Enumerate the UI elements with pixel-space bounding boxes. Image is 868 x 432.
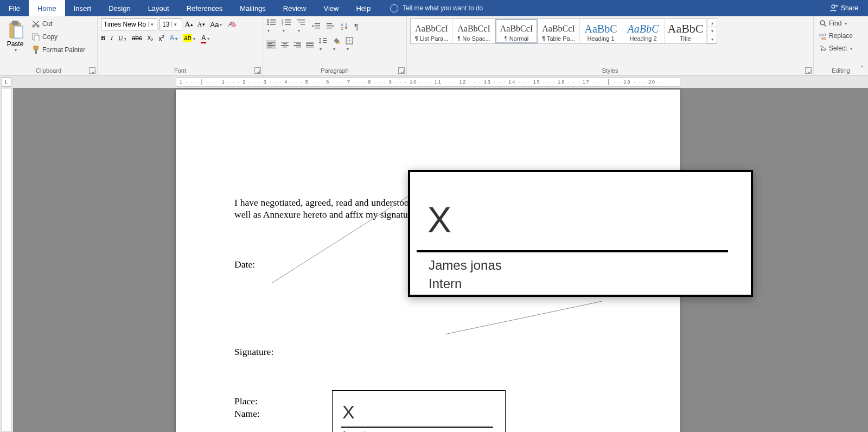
font-name-combo[interactable]: Times New Ro▾ (101, 18, 157, 30)
tab-references[interactable]: References (178, 0, 231, 16)
svg-point-15 (267, 24, 269, 26)
align-center-button[interactable] (281, 41, 289, 48)
svg-rect-45 (296, 47, 301, 47)
signature-label[interactable]: Signature: (234, 346, 633, 358)
italic-button[interactable]: I (111, 34, 113, 42)
svg-rect-24 (299, 22, 305, 22)
signature-line-object[interactable]: X James jonas Intern (332, 390, 506, 432)
style-item-1[interactable]: AaBbCcI¶ No Spac... (453, 19, 495, 43)
format-painter-button[interactable]: Format Painter (29, 45, 87, 55)
font-size-combo[interactable]: 13▾ (159, 18, 182, 30)
font-name-value: Times New Ro (104, 21, 146, 28)
vertical-ruler[interactable] (2, 88, 11, 432)
signature-x-icon: X (342, 402, 355, 423)
text-effects-button[interactable]: A▾ (170, 34, 177, 42)
style-name: ¶ Normal (496, 35, 537, 42)
group-font: Times New Ro▾ 13▾ A▴ A▾ Aa▾ A B I U▾ abc… (98, 16, 263, 75)
grow-font-button[interactable]: A▴ (184, 20, 193, 29)
sort-button[interactable]: AZ (340, 22, 349, 30)
shrink-font-button[interactable]: A▾ (197, 21, 205, 29)
svg-rect-29 (327, 23, 332, 24)
change-case-button[interactable]: Aa▾ (210, 21, 222, 29)
style-item-2[interactable]: AaBbCcI¶ Normal (495, 19, 538, 43)
gallery-down[interactable]: ▾ (707, 27, 717, 35)
font-launcher[interactable] (254, 67, 261, 74)
group-styles: AaBbCcI¶ List Para...AaBbCcI¶ No Spac...… (407, 16, 814, 75)
line-spacing-icon (318, 37, 327, 45)
bullets-button[interactable]: ▾ (266, 18, 276, 34)
style-item-0[interactable]: AaBbCcI¶ List Para... (411, 19, 453, 43)
style-item-6[interactable]: AaBbCTitle (665, 19, 707, 43)
align-left-button[interactable] (266, 40, 276, 49)
style-preview: AaBbCcI (454, 22, 494, 35)
tell-me-search[interactable]: Tell me what you want to do (390, 0, 483, 16)
multilevel-button[interactable]: ▾ (297, 18, 307, 34)
increase-indent-button[interactable] (326, 22, 335, 30)
ribbon: Paste ▾ Cut Copy Format Painter Clipboar… (0, 16, 868, 76)
group-label-font: Font (101, 66, 259, 75)
style-item-5[interactable]: AaBbCHeading 2 (622, 19, 665, 43)
ruler-marks: 1 · · · │ · · · 1 · · · 2 · · · 3 · · · … (176, 79, 661, 85)
bold-button[interactable]: B (101, 34, 105, 42)
justify-button[interactable] (306, 41, 314, 48)
paragraph-launcher[interactable] (398, 67, 405, 74)
style-item-4[interactable]: AaBbCHeading 1 (580, 19, 622, 43)
tab-view[interactable]: View (315, 0, 347, 16)
find-button[interactable]: Find▾ (817, 18, 855, 28)
styles-launcher[interactable] (805, 67, 812, 74)
svg-point-11 (267, 20, 269, 21)
signature-x-icon-large: X (427, 199, 451, 240)
ruler-tab-selector[interactable]: L (2, 77, 11, 87)
tab-home[interactable]: Home (29, 0, 65, 16)
multilevel-icon (297, 18, 307, 26)
styles-gallery[interactable]: AaBbCcI¶ List Para...AaBbCcI¶ No Spac...… (410, 18, 717, 44)
decrease-indent-button[interactable] (312, 22, 321, 30)
tab-design[interactable]: Design (100, 0, 139, 16)
replace-button[interactable]: abac Replace (817, 31, 855, 41)
svg-rect-36 (267, 45, 275, 46)
clipboard-launcher[interactable] (89, 67, 95, 74)
align-right-button[interactable] (293, 41, 301, 48)
borders-button[interactable]: ▾ (346, 37, 353, 52)
line-spacing-button[interactable]: ▾ (318, 37, 327, 52)
group-paragraph: ▾ 123▾ ▾ AZ ¶ ▾ ▾ ▾ Paragraph (263, 16, 407, 75)
svg-text:Z: Z (341, 27, 343, 30)
superscript-button[interactable]: x2 (159, 34, 164, 42)
subscript-button[interactable]: x2 (148, 34, 153, 42)
strikethrough-button[interactable]: abc (132, 34, 142, 42)
gallery-more[interactable]: ▾ (707, 35, 717, 43)
signature-rule-large (417, 250, 728, 252)
collapse-ribbon-button[interactable]: ˄ (860, 65, 864, 73)
shading-button[interactable]: ▾ (332, 37, 341, 52)
clear-formatting-button[interactable]: A (227, 20, 237, 29)
font-size-value: 13 (162, 21, 169, 28)
numbering-button[interactable]: 123▾ (282, 18, 291, 34)
tab-layout[interactable]: Layout (139, 0, 178, 16)
tab-mailings[interactable]: Mailings (231, 0, 275, 16)
style-item-3[interactable]: AaBbCcI¶ Table Pa... (538, 19, 580, 43)
tab-help[interactable]: Help (347, 0, 379, 16)
style-name: Heading 2 (623, 35, 663, 42)
highlight-button[interactable]: ab▾ (183, 34, 195, 42)
svg-rect-42 (293, 42, 301, 42)
cut-button[interactable]: Cut (29, 18, 87, 29)
horizontal-ruler[interactable]: 1 · · · │ · · · 1 · · · 2 · · · 3 · · · … (13, 77, 868, 87)
svg-rect-26 (315, 23, 320, 24)
style-name: ¶ Table Pa... (539, 35, 578, 42)
tab-insert[interactable]: Insert (65, 0, 100, 16)
paste-button[interactable]: Paste ▾ (3, 18, 27, 53)
copy-button[interactable]: Copy (29, 31, 87, 42)
tab-file[interactable]: File (0, 0, 29, 16)
gallery-scroll[interactable]: ▴▾▾ (707, 19, 717, 43)
underline-button[interactable]: U▾ (118, 34, 126, 42)
svg-line-58 (824, 24, 826, 27)
scissors-icon (31, 20, 40, 28)
select-button[interactable]: Select▾ (817, 43, 855, 53)
tab-review[interactable]: Review (275, 0, 315, 16)
share-button[interactable]: Share (819, 0, 868, 16)
show-marks-button[interactable]: ¶ (354, 22, 359, 31)
ribbon-tabbar: File Home Insert Design Layout Reference… (0, 0, 868, 16)
gallery-up[interactable]: ▴ (707, 19, 717, 27)
svg-text:ac: ac (821, 36, 826, 40)
font-color-button[interactable]: A▾ (201, 34, 209, 42)
